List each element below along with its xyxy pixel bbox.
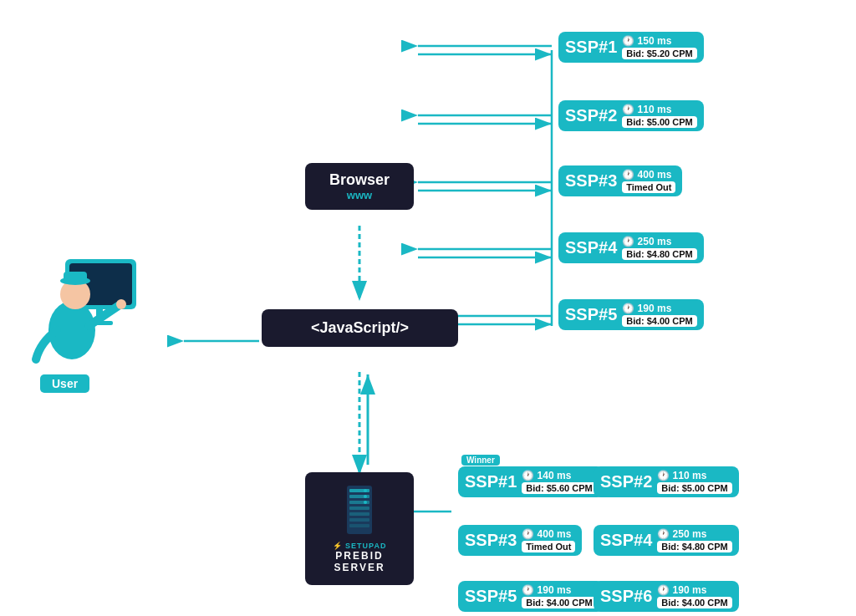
svg-point-37 xyxy=(364,495,367,498)
top-ssp-1-label: SSP#1 xyxy=(565,38,617,57)
top-ssp-2-label: SSP#2 xyxy=(565,106,617,125)
svg-rect-33 xyxy=(349,512,369,516)
svg-point-38 xyxy=(364,501,367,504)
top-ssp-4-bid: Bid: $4.80 CPM xyxy=(622,248,696,260)
bottom-ssp-3-label: SSP#3 xyxy=(465,531,517,550)
server-line2: SERVER xyxy=(313,562,405,573)
svg-rect-32 xyxy=(349,507,369,510)
bottom-ssp-1-bid: Bid: $5.60 CPM xyxy=(522,482,596,494)
server-icon xyxy=(339,484,380,538)
bottom-ssp-2: SSP#2 🕐 110 ms Bid: $5.00 CPM xyxy=(594,466,739,497)
js-label: <JavaScript/> xyxy=(311,319,409,336)
bottom-ssp-5: SSP#5 🕐 190 ms Bid: $4.00 CPM xyxy=(458,581,604,612)
top-ssp-3-bid: Timed Out xyxy=(622,181,675,193)
bottom-ssp-1-label: SSP#1 xyxy=(465,472,517,491)
bottom-ssp-3-time: 🕐 400 ms xyxy=(522,528,575,540)
svg-rect-34 xyxy=(349,518,369,522)
top-ssp-2: SSP#2 🕐 110 ms Bid: $5.00 CPM xyxy=(558,100,704,131)
top-ssp-5-label: SSP#5 xyxy=(565,305,617,324)
top-ssp-4-label: SSP#4 xyxy=(565,238,617,257)
svg-rect-35 xyxy=(349,524,369,527)
browser-label: Browser xyxy=(322,171,397,189)
bottom-ssp-2-bid: Bid: $5.00 CPM xyxy=(657,482,731,494)
bottom-ssp-4-label: SSP#4 xyxy=(600,531,652,550)
top-ssp-1-bid: Bid: $5.20 CPM xyxy=(622,48,696,59)
server-box: ⚡ SETUPAD PREBID SERVER xyxy=(305,472,414,585)
js-box: <JavaScript/> xyxy=(262,309,458,347)
svg-rect-26 xyxy=(64,272,87,283)
bottom-ssp-1-time: 🕐 140 ms xyxy=(522,470,596,481)
top-ssp-2-time: 🕐 110 ms xyxy=(622,104,696,115)
server-logo: ⚡ SETUPAD xyxy=(313,542,405,550)
bottom-ssp-1: SSP#1 🕐 140 ms Bid: $5.60 CPM xyxy=(458,466,604,497)
bottom-ssp-4-bid: Bid: $4.80 CPM xyxy=(657,541,731,552)
bottom-ssp-4: SSP#4 🕐 250 ms Bid: $4.80 CPM xyxy=(594,525,739,556)
top-ssp-5: SSP#5 🕐 190 ms Bid: $4.00 CPM xyxy=(558,299,704,330)
bottom-ssp-6: SSP#6 🕐 190 ms Bid: $4.00 CPM xyxy=(594,581,739,612)
top-ssp-5-bid: Bid: $4.00 CPM xyxy=(622,315,696,327)
bottom-ssp-2-time: 🕐 110 ms xyxy=(657,470,731,481)
top-ssp-1-time: 🕐 150 ms xyxy=(622,35,696,47)
bottom-ssp-6-label: SSP#6 xyxy=(600,587,652,606)
top-ssp-3-label: SSP#3 xyxy=(565,171,617,191)
top-ssp-2-bid: Bid: $5.00 CPM xyxy=(622,116,696,128)
top-ssp-5-time: 🕐 190 ms xyxy=(622,303,696,314)
bottom-ssp-5-label: SSP#5 xyxy=(465,587,517,606)
bottom-ssp-3-bid: Timed Out xyxy=(522,541,575,552)
svg-point-27 xyxy=(116,299,126,309)
bottom-ssp-4-time: 🕐 250 ms xyxy=(657,528,731,540)
top-ssp-4: SSP#4 🕐 250 ms Bid: $4.80 CPM xyxy=(558,232,704,263)
bottom-ssp-6-time: 🕐 190 ms xyxy=(657,584,731,596)
bottom-ssp-2-label: SSP#2 xyxy=(600,472,652,491)
winner-badge: Winner xyxy=(461,455,500,466)
browser-box: Browser www xyxy=(305,163,414,210)
top-ssp-3: SSP#3 🕐 400 ms Timed Out xyxy=(558,165,682,196)
server-line1: PREBID xyxy=(313,550,405,562)
bottom-ssp-6-bid: Bid: $4.00 CPM xyxy=(657,597,731,608)
browser-www: www xyxy=(322,189,397,201)
bottom-ssp-5-time: 🕐 190 ms xyxy=(522,584,596,596)
user-label: User xyxy=(40,374,89,393)
top-ssp-4-time: 🕐 250 ms xyxy=(622,236,696,247)
svg-point-36 xyxy=(364,489,367,492)
bottom-ssp-1-wrapper: Winner SSP#1 🕐 140 ms Bid: $5.60 CPM xyxy=(458,466,604,497)
user-area: User xyxy=(15,234,149,401)
diagram: User Browser www <JavaScript/> ⚡ SETUPAD… xyxy=(0,0,856,616)
top-ssp-1: SSP#1 🕐 150 ms Bid: $5.20 CPM xyxy=(558,32,704,63)
bottom-ssp-5-bid: Bid: $4.00 CPM xyxy=(522,597,596,608)
bottom-ssp-3: SSP#3 🕐 400 ms Timed Out xyxy=(458,525,582,556)
top-ssp-3-time: 🕐 400 ms xyxy=(622,169,675,181)
